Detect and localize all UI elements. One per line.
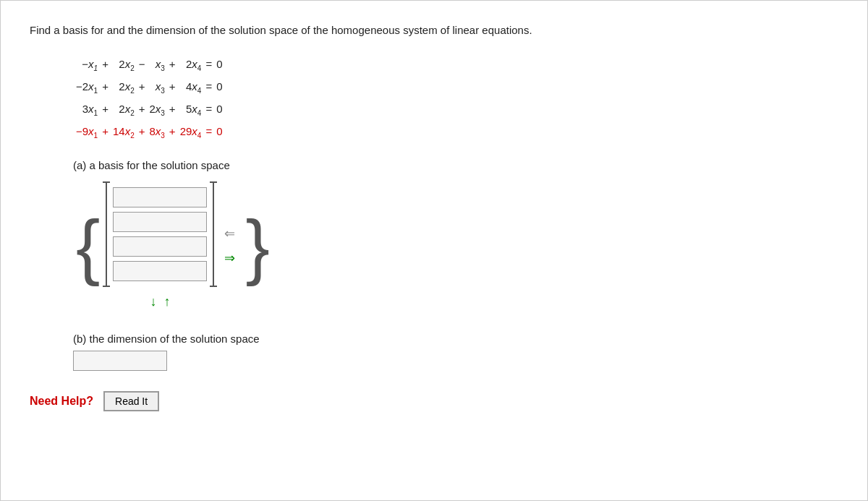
problem-statement: Find a basis for and the dimension of th… xyxy=(30,22,838,39)
basis-input-2[interactable] xyxy=(113,212,207,232)
basis-input-3[interactable] xyxy=(113,236,207,257)
basis-input-1[interactable] xyxy=(113,187,207,207)
sort-arrows: ↓ ↑ xyxy=(148,293,171,311)
bracket-with-inputs xyxy=(103,181,217,287)
right-bracket xyxy=(210,181,217,287)
basis-input-4[interactable] xyxy=(113,261,207,281)
equation-row-2: −2x1 + 2x2 + x3 + 4x4 = 0 xyxy=(73,76,225,98)
equations-table: −x1 + 2x2 − x3 + 2x4 = 0 −2x1 + 2x2 + x3… xyxy=(73,53,225,143)
need-help-label: Need Help? xyxy=(30,395,93,408)
help-row: Need Help? Read It xyxy=(30,391,838,411)
equation-row-4: −9x1 + 14x2 + 8x3 + 29x4 = 0 xyxy=(73,121,225,143)
page-container: Find a basis for and the dimension of th… xyxy=(0,0,868,501)
open-curly-brace: { xyxy=(73,210,103,282)
part-a-label: (a) a basis for the solution space xyxy=(73,159,838,171)
part-b-label: (b) the dimension of the solution space xyxy=(73,333,838,345)
basis-inputs-container xyxy=(110,181,210,287)
problem-text: Find a basis for and the dimension of th… xyxy=(30,24,532,36)
remove-vector-button[interactable]: ⇐ xyxy=(223,224,237,243)
basis-area: { xyxy=(73,181,838,311)
add-vector-button[interactable]: ⇒ xyxy=(223,249,237,267)
arrows-column: ⇐ ⇒ xyxy=(223,224,237,267)
right-arrow-icon: ⇒ xyxy=(224,251,235,265)
sort-down-button[interactable]: ↓ xyxy=(148,293,158,311)
dimension-area: (b) the dimension of the solution space xyxy=(73,333,838,371)
equation-row-1: −x1 + 2x2 − x3 + 2x4 = 0 xyxy=(73,53,225,76)
sort-up-button[interactable]: ↑ xyxy=(162,293,171,311)
left-arrow-icon: ⇐ xyxy=(224,226,235,241)
read-it-button[interactable]: Read It xyxy=(103,391,159,411)
close-curly-brace: } xyxy=(242,210,272,282)
left-bracket xyxy=(103,181,110,287)
dimension-input[interactable] xyxy=(73,351,167,371)
bracket-container: ↓ ↑ xyxy=(103,181,217,311)
equation-row-3: 3x1 + 2x2 + 2x3 + 5x4 = 0 xyxy=(73,98,225,121)
